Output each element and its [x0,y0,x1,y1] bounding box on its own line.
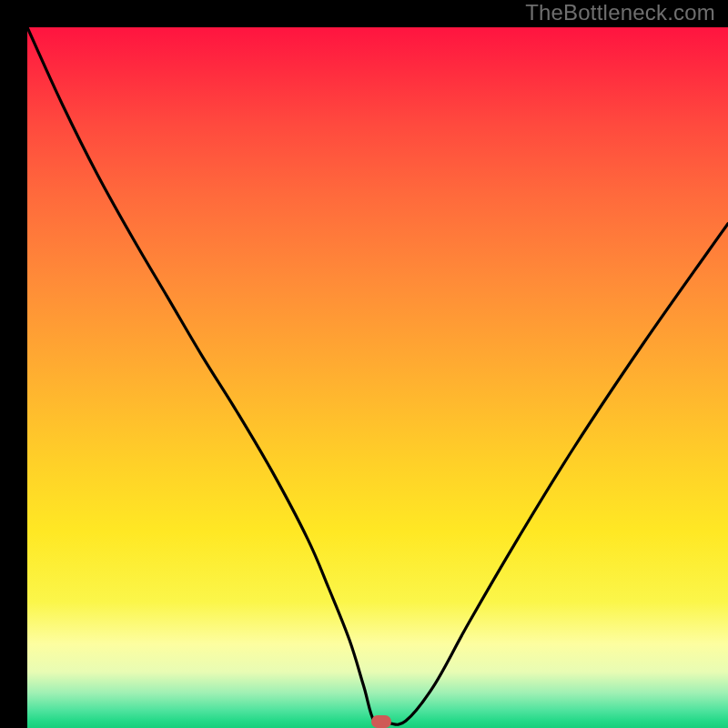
chart-frame [14,14,714,714]
bottleneck-curve [27,27,728,728]
plot-area [27,27,728,728]
curve-path [27,27,728,724]
optimal-marker [371,715,391,728]
watermark-text: TheBottleneck.com [525,0,715,25]
